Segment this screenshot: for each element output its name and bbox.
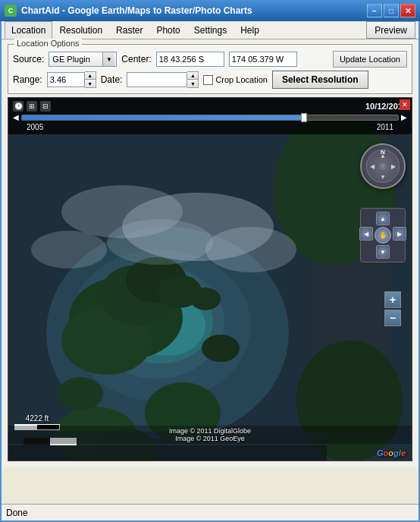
crop-label: Crop Location xyxy=(215,75,268,84)
timeline-next-button[interactable]: ▶ xyxy=(401,113,407,121)
dropdown-arrow-icon: ▼ xyxy=(102,52,114,66)
pan-row-bottom: ▼ xyxy=(376,245,390,259)
pan-row-middle: ◀ ✋ ▶ xyxy=(359,227,406,244)
timeline-fill xyxy=(22,115,304,120)
pan-row-top: ▲ xyxy=(376,212,390,225)
app-icon: C xyxy=(5,5,17,17)
range-label: Range: xyxy=(13,74,42,85)
timeline-years: 2005 2011 xyxy=(13,123,407,131)
shrink-icon[interactable]: ⊞ xyxy=(27,101,37,112)
compass-inner: N ▲ ◀ ▶ ▼ xyxy=(366,149,400,183)
clock-icon[interactable]: 🕐 xyxy=(13,101,24,112)
date-input[interactable] xyxy=(127,72,187,87)
compass-west-button[interactable]: ◀ xyxy=(367,161,378,171)
copyright-line1: Image © 2011 DigitalGlobe xyxy=(10,427,410,435)
map-close-button[interactable]: ✕ xyxy=(400,99,410,110)
timeline-prev-button[interactable]: ◀ xyxy=(13,113,19,121)
form-row-1: Source: GE Plugin ▼ Center: Update Locat… xyxy=(13,51,407,68)
date-spinner-buttons: ▲ ▼ xyxy=(187,71,199,88)
pan-down-button[interactable]: ▼ xyxy=(376,245,390,259)
copyright-text: Image © 2011 DigitalGlobe Image © 2011 G… xyxy=(8,426,412,444)
compass-east-button[interactable]: ▶ xyxy=(388,161,399,171)
title-bar: C ChartAid - Google Earth/Maps to Raster… xyxy=(0,0,420,21)
zoom-controls: + − xyxy=(384,291,401,326)
expand-icon[interactable]: ⊟ xyxy=(40,101,51,112)
main-content: Location Options Source: GE Plugin ▼ Cen… xyxy=(2,39,418,467)
zoom-out-button[interactable]: − xyxy=(384,310,401,326)
menu-item-raster[interactable]: Raster xyxy=(109,21,149,39)
zoom-in-button[interactable]: + xyxy=(384,291,401,308)
update-location-button[interactable]: Update Location xyxy=(333,51,407,68)
pan-left-button[interactable]: ◀ xyxy=(359,227,373,241)
range-up-button[interactable]: ▲ xyxy=(85,72,96,80)
pan-center-button[interactable]: ✋ xyxy=(375,227,391,244)
map-svg xyxy=(8,98,412,461)
pan-control: ▲ ◀ ✋ ▶ ▼ xyxy=(360,208,406,263)
form-row-2: Range: ▲ ▼ Date: ▲ ▼ xyxy=(13,71,407,89)
timeline-thumb[interactable] xyxy=(301,113,307,122)
timeline-year-end: 2011 xyxy=(377,123,393,131)
compass-center-button[interactable] xyxy=(379,162,387,170)
status-text: Done xyxy=(6,508,28,518)
menu-bar: Location Resolution Raster Photo Setting… xyxy=(2,21,418,39)
date-label: Date: xyxy=(101,74,123,85)
map-container[interactable]: ✕ 🕐 ⊞ ⊟ 10/12/2011 ◀ ▶ xyxy=(8,97,412,461)
range-spinner: ▲ ▼ xyxy=(47,71,96,88)
crop-location-checkbox-group: Crop Location xyxy=(203,75,268,85)
menu-item-settings[interactable]: Settings xyxy=(187,21,234,39)
menu-item-help[interactable]: Help xyxy=(234,21,266,39)
timeline-bar: 🕐 ⊞ ⊟ 10/12/2011 ◀ ▶ 2005 2011 xyxy=(8,98,412,134)
date-down-button[interactable]: ▼ xyxy=(187,80,198,87)
timeline-slider-row: ◀ ▶ xyxy=(13,113,407,121)
compass-se-button[interactable] xyxy=(388,171,399,182)
location-options-label: Location Options xyxy=(14,39,82,48)
pan-up-button[interactable]: ▲ xyxy=(376,212,390,225)
timeline-track[interactable] xyxy=(21,115,399,121)
minimize-button[interactable]: − xyxy=(367,4,382,17)
close-button[interactable]: ✕ xyxy=(400,4,415,17)
maximize-button[interactable]: □ xyxy=(384,4,399,17)
compass-south-button[interactable]: ▼ xyxy=(378,171,388,182)
range-input[interactable] xyxy=(47,72,85,87)
crop-location-checkbox[interactable] xyxy=(203,75,213,85)
preview-button[interactable]: Preview xyxy=(366,21,415,39)
navigation-compass[interactable]: N ▲ ◀ ▶ ▼ xyxy=(360,143,406,189)
google-watermark: Google xyxy=(377,448,406,458)
range-down-button[interactable]: ▼ xyxy=(85,80,96,87)
menu-item-resolution[interactable]: Resolution xyxy=(52,21,109,39)
source-value: GE Plugin xyxy=(52,55,90,64)
compass-nw-button[interactable] xyxy=(367,150,378,161)
app-title: ChartAid - Google Earth/Maps to Raster/P… xyxy=(21,5,252,16)
center-label: Center: xyxy=(121,54,151,64)
location-options-group: Location Options Source: GE Plugin ▼ Cen… xyxy=(8,44,412,94)
svg-rect-28 xyxy=(8,445,327,461)
menu-item-location[interactable]: Location xyxy=(5,21,52,39)
svg-point-16 xyxy=(58,377,103,410)
svg-point-15 xyxy=(190,288,221,310)
range-spinner-buttons: ▲ ▼ xyxy=(85,71,96,88)
select-resolution-button[interactable]: Select Resolution xyxy=(272,71,368,89)
svg-point-14 xyxy=(202,335,240,362)
source-label: Source: xyxy=(13,54,44,64)
center-lon-input[interactable] xyxy=(229,52,297,67)
menu-item-photo[interactable]: Photo xyxy=(149,21,186,39)
window-controls: − □ ✕ xyxy=(367,4,415,17)
source-dropdown[interactable]: GE Plugin ▼ xyxy=(49,52,117,67)
svg-point-23 xyxy=(31,231,107,269)
timeline-year-start: 2005 xyxy=(27,123,43,131)
scale-label: 4222 ft xyxy=(26,414,49,423)
map-scene xyxy=(8,98,412,461)
svg-point-22 xyxy=(205,227,296,272)
copyright-line2: Image © 2011 GeoEye xyxy=(10,435,410,442)
pan-right-button[interactable]: ▶ xyxy=(393,227,406,241)
date-spinner: ▲ ▼ xyxy=(127,71,199,88)
status-bar: Done xyxy=(2,504,418,520)
center-lat-input[interactable] xyxy=(156,52,224,67)
svg-point-24 xyxy=(107,219,213,265)
date-up-button[interactable]: ▲ xyxy=(187,72,198,80)
compass-sw-button[interactable] xyxy=(367,171,378,182)
compass-north-label: N xyxy=(381,149,385,156)
compass-ne-button[interactable] xyxy=(388,150,399,161)
